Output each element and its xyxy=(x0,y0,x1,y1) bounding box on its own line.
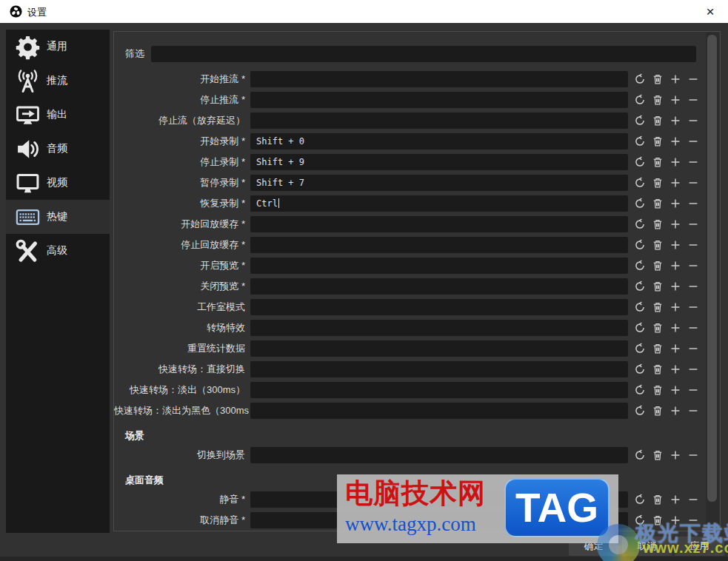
remove-button[interactable] xyxy=(686,237,701,253)
sidebar-item-stream[interactable]: 推流 xyxy=(6,64,110,98)
sidebar-item-video[interactable]: 视频 xyxy=(6,166,110,200)
hotkey-input[interactable] xyxy=(250,491,628,508)
revert-button[interactable] xyxy=(632,258,647,274)
clear-button[interactable] xyxy=(650,133,665,150)
revert-button[interactable] xyxy=(632,491,647,508)
add-button[interactable] xyxy=(668,299,683,315)
clear-button[interactable] xyxy=(650,112,665,129)
sidebar-item-output[interactable]: 输出 xyxy=(6,98,110,132)
remove-button[interactable] xyxy=(686,491,701,508)
add-button[interactable] xyxy=(668,491,683,508)
remove-button[interactable] xyxy=(686,154,701,170)
remove-button[interactable] xyxy=(686,112,701,129)
sidebar-item-hotkeys[interactable]: 热键 xyxy=(6,200,110,234)
revert-button[interactable] xyxy=(632,320,647,336)
remove-button[interactable] xyxy=(686,92,701,108)
revert-button[interactable] xyxy=(632,278,647,295)
clear-button[interactable] xyxy=(650,512,665,528)
hotkey-input[interactable] xyxy=(250,361,628,377)
clear-button[interactable] xyxy=(650,491,665,508)
add-button[interactable] xyxy=(668,112,683,129)
hotkey-input[interactable] xyxy=(250,340,628,357)
cancel-button[interactable]: 取消 xyxy=(622,537,672,556)
hotkey-input[interactable] xyxy=(250,320,628,336)
sidebar-item-audio[interactable]: 音频 xyxy=(6,132,110,166)
remove-button[interactable] xyxy=(686,216,701,232)
ok-button[interactable]: 确定 xyxy=(569,537,618,556)
clear-button[interactable] xyxy=(650,278,665,295)
remove-button[interactable] xyxy=(686,175,701,191)
revert-button[interactable] xyxy=(632,71,647,87)
add-button[interactable] xyxy=(668,216,683,232)
clear-button[interactable] xyxy=(650,237,665,253)
hotkey-input[interactable] xyxy=(250,237,628,253)
revert-button[interactable] xyxy=(632,447,647,463)
revert-button[interactable] xyxy=(632,92,647,108)
revert-button[interactable] xyxy=(632,403,647,419)
scrollbar[interactable] xyxy=(706,33,719,530)
remove-button[interactable] xyxy=(686,361,701,377)
add-button[interactable] xyxy=(668,175,683,191)
remove-button[interactable] xyxy=(686,403,701,419)
sidebar-item-general[interactable]: 通用 xyxy=(6,30,110,64)
remove-button[interactable] xyxy=(686,512,701,528)
hotkey-input[interactable] xyxy=(250,258,628,274)
add-button[interactable] xyxy=(668,340,683,357)
remove-button[interactable] xyxy=(686,258,701,274)
remove-button[interactable] xyxy=(686,320,701,336)
hotkey-input[interactable] xyxy=(250,71,628,87)
revert-button[interactable] xyxy=(632,361,647,377)
hotkey-input[interactable] xyxy=(250,403,628,419)
revert-button[interactable] xyxy=(632,195,647,212)
revert-button[interactable] xyxy=(632,175,647,191)
remove-button[interactable] xyxy=(686,340,701,357)
clear-button[interactable] xyxy=(650,361,665,377)
clear-button[interactable] xyxy=(650,258,665,274)
add-button[interactable] xyxy=(668,133,683,150)
revert-button[interactable] xyxy=(632,216,647,232)
apply-button[interactable]: 应用 xyxy=(675,537,724,556)
hotkey-input[interactable] xyxy=(250,382,628,398)
hotkey-input[interactable] xyxy=(250,216,628,232)
add-button[interactable] xyxy=(668,92,683,108)
add-button[interactable] xyxy=(668,154,683,170)
clear-button[interactable] xyxy=(650,447,665,463)
hotkey-input[interactable] xyxy=(250,447,628,463)
revert-button[interactable] xyxy=(632,133,647,150)
filter-input[interactable] xyxy=(151,46,696,62)
clear-button[interactable] xyxy=(650,299,665,315)
add-button[interactable] xyxy=(668,237,683,253)
revert-button[interactable] xyxy=(632,299,647,315)
remove-button[interactable] xyxy=(686,71,701,87)
clear-button[interactable] xyxy=(650,382,665,398)
hotkey-input[interactable]: Shift + 9 xyxy=(250,154,628,170)
remove-button[interactable] xyxy=(686,447,701,463)
close-icon[interactable]: × xyxy=(699,3,721,20)
clear-button[interactable] xyxy=(650,195,665,212)
clear-button[interactable] xyxy=(650,403,665,419)
clear-button[interactable] xyxy=(650,92,665,108)
remove-button[interactable] xyxy=(686,133,701,150)
revert-button[interactable] xyxy=(632,340,647,357)
revert-button[interactable] xyxy=(632,512,647,528)
revert-button[interactable] xyxy=(632,382,647,398)
remove-button[interactable] xyxy=(686,195,701,212)
hotkey-input[interactable]: Ctrl xyxy=(250,195,628,212)
add-button[interactable] xyxy=(668,361,683,377)
sidebar-item-advanced[interactable]: 高级 xyxy=(6,234,110,268)
revert-button[interactable] xyxy=(632,112,647,129)
clear-button[interactable] xyxy=(650,320,665,336)
hotkey-input[interactable] xyxy=(250,278,628,295)
hotkey-input[interactable]: Shift + 7 xyxy=(250,175,628,191)
add-button[interactable] xyxy=(668,382,683,398)
hotkey-input[interactable] xyxy=(250,512,628,528)
add-button[interactable] xyxy=(668,403,683,419)
add-button[interactable] xyxy=(668,447,683,463)
clear-button[interactable] xyxy=(650,154,665,170)
hotkey-input[interactable]: Shift + 0 xyxy=(250,133,628,150)
remove-button[interactable] xyxy=(686,278,701,295)
clear-button[interactable] xyxy=(650,175,665,191)
hotkey-input[interactable] xyxy=(250,112,628,129)
scrollbar-thumb[interactable] xyxy=(707,35,717,502)
revert-button[interactable] xyxy=(632,154,647,170)
